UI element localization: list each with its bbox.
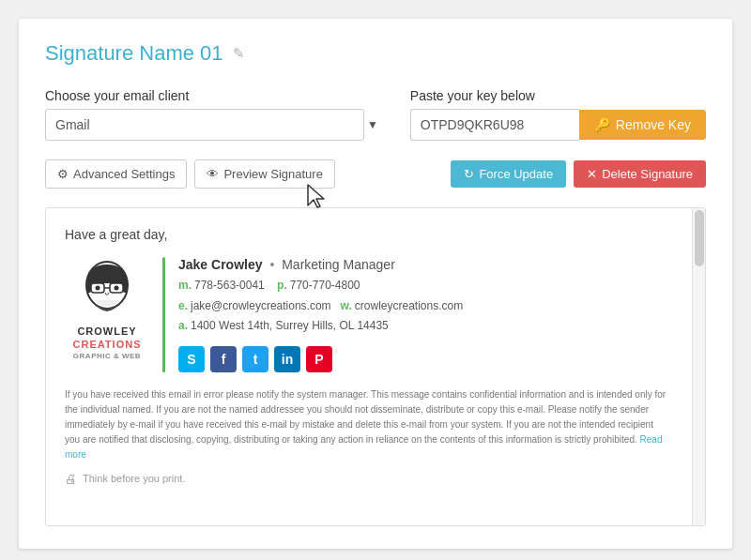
social-facebook-icon[interactable]: f [210,346,237,372]
email-client-group: Choose your email client Gmail Outlook A… [45,88,388,141]
main-container: Signature Name 01 ✎ Choose your email cl… [19,19,732,549]
preview-area: Have a great day, [45,207,706,526]
key-input-row: 🔑 Remove Key [410,109,706,141]
svg-point-9 [115,286,119,291]
signature-name-row: Jake Crowley • Marketing Manager [178,257,669,272]
key-icon: 🔑 [594,117,610,132]
print-note-text: Think before you print. [83,473,185,484]
key-group: Paste your key below 🔑 Remove Key [410,88,706,141]
eye-icon: 👁 [207,167,219,181]
scrollbar[interactable] [692,208,705,525]
phone-label: p. [277,279,287,292]
signature-job-title: Marketing Manager [282,257,395,272]
left-actions: ⚙ Advanced Settings 👁 Preview Signature [45,159,335,189]
printer-icon: 🖨 [65,472,77,486]
email-client-label: Choose your email client [45,88,388,103]
website-label: w. [341,299,352,312]
action-row: ⚙ Advanced Settings 👁 Preview Signature … [45,159,706,189]
signature-socials: S f t in P [178,346,669,372]
address-value: 1400 West 14th, Surrey Hills, OL 14435 [191,319,389,332]
sig-address-line: a.1400 West 14th, Surrey Hills, OL 14435 [178,316,669,337]
edit-icon[interactable]: ✎ [233,45,245,62]
mobile-value: 778-563-0041 [194,279,265,292]
force-update-label: Force Update [479,167,553,181]
key-label: Paste your key below [410,88,706,103]
force-update-button[interactable]: ↻ Force Update [451,160,566,188]
preview-signature-label: Preview Signature [223,167,323,181]
title-row: Signature Name 01 ✎ [45,41,706,66]
right-actions: ↻ Force Update ✕ Delete Signature [451,160,706,188]
social-pinterest-icon[interactable]: P [306,346,332,372]
signature-name: Jake Crowley [178,257,263,272]
page-title: Signature Name 01 [45,41,223,66]
phone-value: 770-770-4800 [290,279,360,292]
scrollbar-thumb [695,210,704,266]
select-arrow-icon: ▼ [367,118,378,131]
logo-text: CROWLEY CREATIONS GRAPHIC & WEB [73,325,142,361]
advanced-settings-button[interactable]: ⚙ Advanced Settings [45,159,187,189]
preview-signature-button[interactable]: 👁 Preview Signature [194,159,335,189]
disclaimer-text: If you have received this email in error… [65,387,669,462]
remove-key-label: Remove Key [616,117,691,132]
signature-details: Jake Crowley • Marketing Manager m.778-5… [178,257,669,372]
signature-logo: CROWLEY CREATIONS GRAPHIC & WEB [65,257,149,372]
signature-block: CROWLEY CREATIONS GRAPHIC & WEB Jake Cro… [65,257,669,372]
email-label: e. [178,299,188,312]
form-row: Choose your email client Gmail Outlook A… [45,88,706,141]
signature-divider [162,257,165,372]
print-note: 🖨 Think before you print. [65,472,669,486]
sig-dot: • [269,257,274,272]
social-linkedin-icon[interactable]: in [274,346,300,372]
sig-email-line: e.jake@crowleycreations.com w.crowleycre… [178,296,669,317]
refresh-icon: ↻ [464,167,474,181]
mobile-label: m. [178,279,192,292]
signature-info: m.778-563-0041 p.770-770-4800 e.jake@cro… [178,276,669,337]
sig-mobile-line: m.778-563-0041 p.770-770-4800 [178,276,669,296]
delete-signature-label: Delete Signature [602,167,693,181]
logo-svg [74,257,140,323]
signature-greeting: Have a great day, [65,227,669,242]
advanced-settings-label: Advanced Settings [73,167,175,181]
preview-content: Have a great day, [65,227,686,486]
remove-key-button[interactable]: 🔑 Remove Key [579,110,706,140]
close-icon: ✕ [587,167,597,181]
social-skype-icon[interactable]: S [178,346,205,372]
delete-signature-button[interactable]: ✕ Delete Signature [574,160,706,188]
svg-point-8 [96,286,100,291]
email-client-select[interactable]: Gmail Outlook Apple Mail Yahoo Mail Thun… [45,109,364,141]
social-twitter-icon[interactable]: t [242,346,268,372]
settings-icon: ⚙ [57,167,69,181]
email-value: jake@crowleycreations.com [191,299,331,312]
key-input[interactable] [410,109,579,141]
email-client-select-wrapper: Gmail Outlook Apple Mail Yahoo Mail Thun… [45,109,388,141]
website-value: crowleycreations.com [355,299,463,312]
address-label: a. [178,319,188,332]
